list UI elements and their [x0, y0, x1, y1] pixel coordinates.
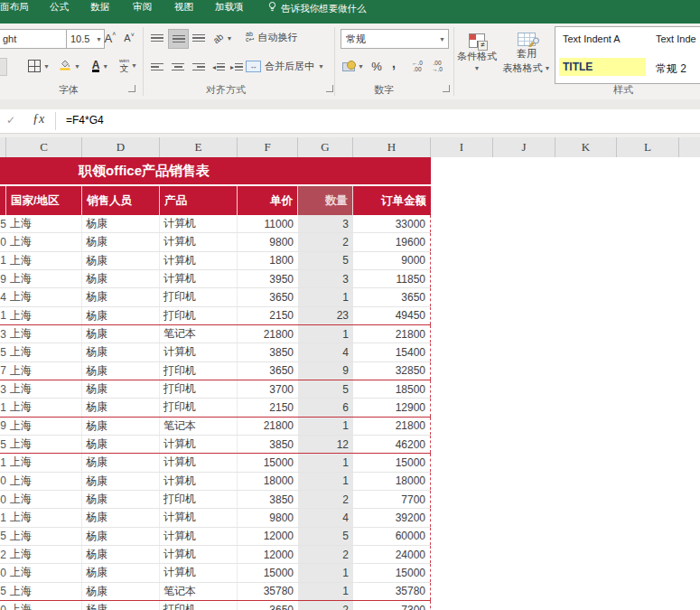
cell-C20[interactable]: 上海	[6, 509, 82, 526]
cell-D24[interactable]: 杨康	[82, 583, 160, 600]
cell-E15[interactable]: 笔记本	[160, 418, 238, 435]
table-title-row[interactable]: 职领office产品销售表	[0, 157, 431, 186]
cell-C22[interactable]: 上海	[6, 546, 82, 563]
cell-C14[interactable]: 上海	[6, 399, 82, 416]
cell-H18[interactable]: 18000	[353, 473, 431, 490]
comma-style-button[interactable]: ,	[387, 54, 400, 72]
cell-G20[interactable]: 4	[298, 509, 353, 526]
cell-H8[interactable]: 3650	[353, 288, 431, 305]
column-header-J[interactable]: J	[493, 137, 555, 157]
increase-indent-button[interactable]: ▸	[229, 59, 245, 75]
cell-H5[interactable]: 19600	[353, 233, 431, 250]
cell-C4[interactable]: 上海	[6, 215, 82, 232]
cell-D18[interactable]: 杨康	[82, 473, 160, 490]
column-header-K[interactable]: K	[555, 137, 617, 157]
table-header-2[interactable]: 销售人员	[82, 186, 160, 215]
cell-E5[interactable]: 计算机	[160, 233, 238, 250]
font-dialog-launcher-icon[interactable]	[128, 85, 135, 92]
grow-font-button[interactable]: A˄	[102, 29, 118, 47]
cell-F21[interactable]: 12000	[238, 528, 298, 545]
align-bottom-button[interactable]	[190, 30, 208, 46]
cell-E21[interactable]: 计算机	[160, 528, 238, 545]
column-header-H[interactable]: H	[353, 137, 431, 157]
align-top-button[interactable]	[148, 30, 166, 46]
cell-C17[interactable]: 上海	[6, 454, 82, 471]
cell-G5[interactable]: 2	[298, 233, 353, 250]
cell-E7[interactable]: 计算机	[160, 270, 238, 287]
cell-F6[interactable]: 1800	[238, 252, 298, 269]
font-size-combo[interactable]: 10.5 ▼	[66, 29, 105, 49]
ribbon-tab-2[interactable]: 公式	[50, 1, 69, 13]
cell-E22[interactable]: 计算机	[160, 546, 238, 563]
number-format-combo[interactable]: 常规 ▼	[341, 29, 449, 49]
font-color-button[interactable]: A ▼	[87, 58, 114, 74]
cell-D13[interactable]: 杨康	[82, 380, 160, 398]
clipped-ribbon-button[interactable]	[0, 58, 7, 76]
cell-F15[interactable]: 21800	[238, 418, 298, 435]
fx-icon[interactable]: ƒx	[33, 112, 44, 127]
cell-F8[interactable]: 3650	[238, 288, 298, 305]
cell-D20[interactable]: 杨康	[82, 509, 160, 526]
cell-C13[interactable]: 上海	[6, 380, 82, 398]
align-right-button[interactable]	[190, 59, 208, 75]
conditional-formatting-button[interactable]: ≠ 条件格式 ▼	[456, 25, 498, 80]
cell-C18[interactable]: 上海	[6, 473, 82, 490]
column-header-E[interactable]: E	[160, 137, 238, 157]
cell-E20[interactable]: 计算机	[160, 509, 238, 526]
cell-H22[interactable]: 24000	[353, 546, 431, 563]
orientation-button[interactable]: ab ▼	[210, 29, 236, 47]
cell-G17[interactable]: 1	[298, 454, 353, 471]
cell-E24[interactable]: 笔记本	[160, 583, 238, 600]
cell-E19[interactable]: 打印机	[160, 491, 238, 508]
cell-G10[interactable]: 1	[298, 325, 353, 343]
cell-C25[interactable]: 上海	[6, 601, 82, 610]
cell-G24[interactable]: 1	[298, 583, 353, 600]
cell-F24[interactable]: 35780	[238, 583, 298, 600]
cell-G8[interactable]: 1	[298, 288, 353, 305]
formula-text[interactable]: =F4*G4	[66, 114, 104, 127]
cell-H20[interactable]: 39200	[353, 509, 431, 526]
cell-H16[interactable]: 46200	[353, 436, 431, 453]
column-header-D[interactable]: D	[82, 137, 160, 157]
cell-D7[interactable]: 杨康	[82, 270, 160, 287]
style-text-indent-a[interactable]: Text Indent A	[563, 33, 621, 44]
cell-D21[interactable]: 杨康	[82, 528, 160, 545]
cell-C10[interactable]: 上海	[6, 325, 82, 343]
cell-G11[interactable]: 4	[298, 343, 353, 361]
cell-H4[interactable]: 33000	[353, 215, 431, 232]
cell-E9[interactable]: 打印机	[160, 307, 238, 324]
number-dialog-launcher-icon[interactable]	[443, 85, 450, 92]
cell-G21[interactable]: 5	[298, 528, 353, 545]
ribbon-tab-5[interactable]: 视图	[174, 1, 193, 13]
column-header-F[interactable]: F	[238, 137, 298, 157]
cell-F13[interactable]: 3700	[238, 380, 298, 398]
cell-F19[interactable]: 3850	[238, 491, 298, 508]
cell-C11[interactable]: 上海	[6, 343, 82, 361]
cell-F20[interactable]: 9800	[238, 509, 298, 526]
cell-D14[interactable]: 杨康	[82, 399, 160, 416]
align-center-button[interactable]	[169, 59, 187, 75]
cell-D5[interactable]: 杨康	[82, 233, 160, 250]
cell-G16[interactable]: 12	[298, 436, 353, 453]
cell-H19[interactable]: 7700	[353, 491, 431, 508]
cell-C5[interactable]: 上海	[6, 233, 82, 250]
ribbon-tab-6[interactable]: 加载项	[215, 1, 244, 13]
cell-D16[interactable]: 杨康	[82, 436, 160, 453]
cell-F22[interactable]: 12000	[238, 546, 298, 563]
cell-D8[interactable]: 杨康	[82, 288, 160, 305]
cell-E6[interactable]: 计算机	[160, 252, 238, 269]
cell-H24[interactable]: 35780	[353, 583, 431, 600]
cell-H6[interactable]: 9000	[353, 252, 431, 269]
style-text-inde-clipped[interactable]: Text Inde	[656, 33, 696, 44]
cell-G7[interactable]: 3	[298, 270, 353, 287]
cell-G9[interactable]: 23	[298, 307, 353, 324]
cell-C7[interactable]: 上海	[6, 270, 82, 287]
cell-D6[interactable]: 杨康	[82, 252, 160, 269]
table-header-3[interactable]: 产品	[160, 186, 238, 215]
cell-H13[interactable]: 18500	[353, 380, 431, 398]
cell-F4[interactable]: 11000	[238, 215, 298, 232]
cell-C21[interactable]: 上海	[6, 528, 82, 545]
cell-H17[interactable]: 15000	[353, 454, 431, 471]
table-header-5[interactable]: 数量	[298, 186, 353, 215]
cell-F9[interactable]: 2150	[238, 307, 298, 324]
